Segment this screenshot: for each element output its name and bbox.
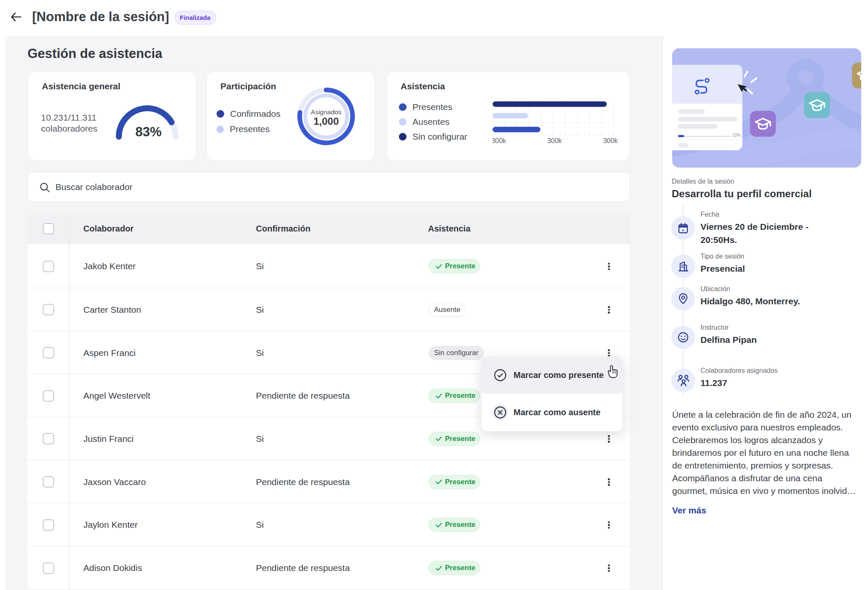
svg-text:300k: 300k bbox=[547, 137, 563, 144]
svg-text:300k: 300k bbox=[603, 137, 618, 144]
svg-text:1,000: 1,000 bbox=[313, 116, 339, 127]
svg-text:83%: 83% bbox=[135, 124, 162, 139]
svg-text:300k: 300k bbox=[492, 137, 506, 144]
svg-text:Asignados: Asignados bbox=[311, 108, 342, 116]
